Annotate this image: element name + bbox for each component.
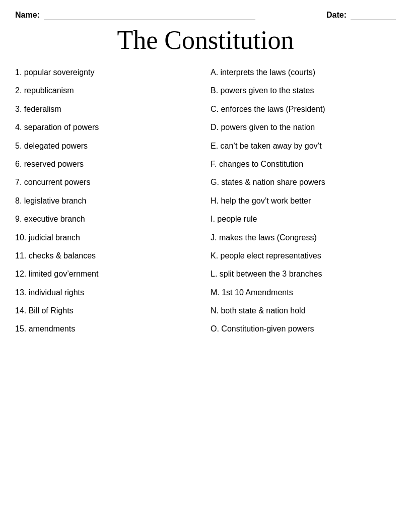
list-item: 1. popular sovereignty [15, 67, 200, 78]
match-item: M. 1st 10 Amendments [211, 287, 396, 298]
list-item: 5. delegated powers [15, 141, 200, 152]
date-field: Date: [326, 10, 396, 20]
list-item: 4. separation of powers [15, 122, 200, 133]
match-item: J. makes the laws (Congress) [211, 232, 396, 243]
content-area: 1. popular sovereignty2. republicanism3.… [15, 67, 396, 342]
list-item: 3. federalism [15, 104, 200, 115]
match-item: F. changes to Constitution [211, 159, 396, 170]
list-item: 10. judicial branch [15, 232, 200, 243]
list-item: 8. legislative branch [15, 195, 200, 207]
list-item: 15. amendments [15, 323, 200, 335]
list-item: 11. checks & balances [15, 250, 200, 261]
list-item: 13. individual rights [15, 287, 200, 298]
name-field: Name: [15, 10, 255, 20]
list-item: 12. limited gov’ernment [15, 269, 200, 280]
list-item: 2. republicanism [15, 85, 200, 96]
match-item: C. enforces the laws (President) [211, 104, 396, 115]
match-item: I. people rule [211, 214, 396, 225]
page-title: The Constitution [15, 25, 396, 55]
list-item: 9. executive branch [15, 214, 200, 225]
match-item: D. powers given to the nation [211, 122, 396, 133]
match-item: A. interprets the laws (courts) [211, 67, 396, 78]
name-label: Name: [15, 11, 40, 20]
date-label: Date: [326, 11, 347, 20]
match-item: H. help the gov’t work better [211, 195, 396, 207]
match-item: K. people elect representatives [211, 250, 396, 261]
name-underline[interactable] [44, 10, 255, 20]
match-item: E. can’t be taken away by gov’t [211, 141, 396, 152]
list-item: 14. Bill of Rights [15, 305, 200, 316]
header: Name: Date: [15, 10, 396, 20]
list-item: 7. concurrent powers [15, 177, 200, 188]
match-item: B. powers given to the states [211, 85, 396, 96]
list-item: 6. reserved powers [15, 159, 200, 170]
match-item: O. Constitution-given powers [211, 323, 396, 335]
right-column: A. interprets the laws (courts)B. powers… [206, 67, 396, 342]
match-item: N. both state & nation hold [211, 305, 396, 316]
date-underline[interactable] [351, 10, 396, 20]
left-column: 1. popular sovereignty2. republicanism3.… [15, 67, 206, 342]
match-item: L. split between the 3 branches [211, 269, 396, 280]
match-item: G. states & nation share powers [211, 177, 396, 188]
